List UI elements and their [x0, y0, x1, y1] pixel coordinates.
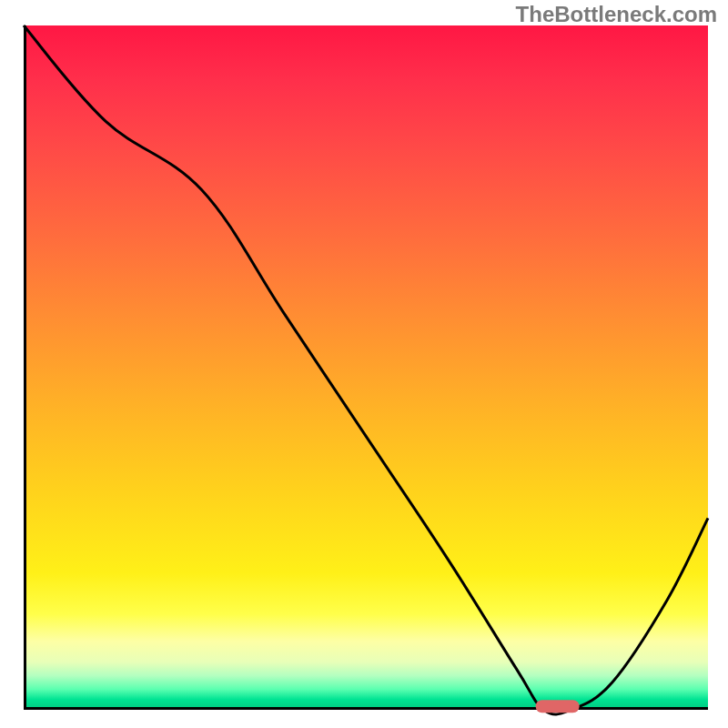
plot-area [24, 25, 708, 710]
watermark-source: TheBottleneck.com [516, 2, 717, 27]
optimal-marker [536, 700, 580, 713]
chart-container: TheBottleneck.com [0, 0, 728, 728]
bottleneck-curve-svg [24, 25, 708, 710]
bottleneck-curve-path [24, 25, 708, 714]
